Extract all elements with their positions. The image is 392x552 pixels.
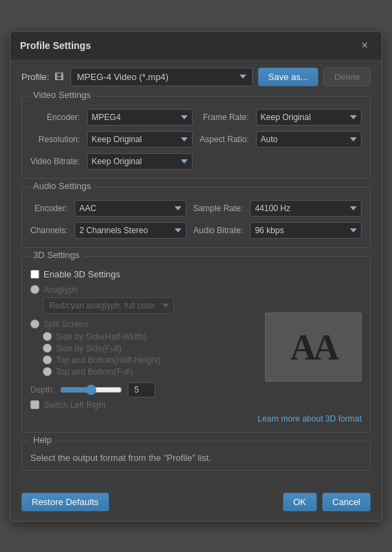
split-screen-label: Split Screen [43, 319, 88, 329]
audio-encoder-label: Encoder: [30, 204, 68, 213]
split-label-1: Side by Side(Full) [56, 344, 121, 353]
dialog-title: Profile Settings [20, 40, 91, 51]
close-button[interactable]: × [357, 39, 372, 52]
profile-icon: 🎞 [55, 72, 63, 82]
channels-select[interactable]: 2 Channels Stereo [75, 222, 186, 239]
split-screen-row: Split Screen [30, 319, 257, 329]
depth-slider[interactable] [60, 384, 122, 395]
threed-preview-panel: AA [265, 285, 362, 410]
help-text: Select the output format from the "Profi… [30, 453, 362, 463]
anaglyph-select-row: Red/cyan anaglyph, full color [43, 297, 257, 314]
split-radio-2[interactable] [43, 355, 52, 364]
audio-settings-grid: Encoder: AAC Sample Rate: 44100 Hz Chann… [30, 200, 362, 239]
audio-bitrate-label: Audio Bitrate: [193, 226, 244, 235]
threed-settings-title: 3D Settings [29, 250, 84, 260]
profile-input-area: 🎞 MPEG-4 Video (*.mp4) [55, 68, 252, 86]
enable-3d-row: Enable 3D Settings [30, 269, 362, 279]
resolution-label: Resolution: [30, 135, 80, 144]
depth-row: Depth: [30, 382, 257, 397]
aspect-ratio-label: Aspect Ratio: [199, 135, 248, 144]
split-label-3: Top and Bottom(Full) [56, 367, 133, 377]
profile-label: Profile: [21, 72, 49, 82]
split-label-0: Side by Side(Half-Width) [56, 332, 146, 342]
threed-settings-section: 3D Settings Enable 3D Settings Anaglyph … [21, 256, 371, 433]
resolution-select[interactable]: Keep Original [87, 131, 193, 148]
encoder-label: Encoder: [30, 112, 80, 122]
preview-aa-text: AA [290, 327, 336, 368]
footer-right-buttons: OK Cancel [283, 493, 371, 511]
split-radio-1[interactable] [43, 344, 52, 353]
video-bitrate-select[interactable]: Keep Original [87, 153, 193, 170]
split-option-1: Side by Side(Full) [43, 344, 257, 353]
enable-3d-label[interactable]: Enable 3D Settings [43, 269, 120, 279]
enable-3d-checkbox[interactable] [30, 270, 39, 279]
frame-rate-label: Frame Rate: [199, 112, 248, 122]
footer: Restore Defaults OK Cancel [10, 487, 382, 521]
cancel-button[interactable]: Cancel [322, 493, 371, 511]
audio-bitrate-select[interactable]: 96 kbps [250, 222, 362, 239]
threed-layout: Anaglyph Red/cyan anaglyph, full color S… [30, 285, 362, 410]
frame-rate-select[interactable]: Keep Original [256, 109, 362, 126]
anaglyph-row: Anaglyph [30, 285, 257, 295]
threed-left-panel: Anaglyph Red/cyan anaglyph, full color S… [30, 285, 257, 410]
delete-button: Delete [324, 68, 371, 86]
encoder-select[interactable]: MPEG4 [87, 109, 193, 126]
video-bitrate-label: Video Bitrate: [30, 157, 80, 166]
video-settings-title: Video Settings [29, 90, 95, 100]
switch-lr-label: Switch Left Right [43, 400, 106, 410]
help-title: Help [29, 435, 56, 445]
help-section: Help Select the output format from the "… [21, 441, 371, 471]
switch-lr-checkbox[interactable] [30, 400, 39, 409]
title-bar: Profile Settings × [10, 32, 382, 59]
anaglyph-label: Anaglyph [43, 285, 78, 295]
audio-settings-title: Audio Settings [29, 181, 95, 191]
split-radio-0[interactable] [43, 332, 52, 341]
audio-settings-section: Audio Settings Encoder: AAC Sample Rate:… [21, 187, 371, 248]
learn-more-link[interactable]: Learn more about 3D format [257, 414, 362, 424]
audio-encoder-select[interactable]: AAC [75, 200, 186, 217]
profile-select[interactable]: MPEG-4 Video (*.mp4) [70, 68, 252, 86]
split-option-2: Top and Bottom(Half-Height) [43, 355, 257, 365]
depth-input[interactable] [128, 382, 155, 397]
split-screen-radio[interactable] [30, 319, 39, 328]
restore-defaults-button[interactable]: Restore Defaults [21, 493, 109, 511]
sample-rate-label: Sample Rate: [193, 204, 244, 213]
anaglyph-type-select: Red/cyan anaglyph, full color [43, 297, 174, 314]
switch-lr-row: Switch Left Right [30, 400, 257, 410]
channels-label: Channels: [30, 226, 68, 235]
split-radio-3[interactable] [43, 367, 52, 376]
video-settings-grid: Encoder: MPEG4 Frame Rate: Keep Original… [30, 109, 362, 170]
learn-more-row: Learn more about 3D format [30, 414, 362, 424]
split-option-0: Side by Side(Half-Width) [43, 332, 257, 342]
sample-rate-select[interactable]: 44100 Hz [250, 200, 362, 217]
ok-button[interactable]: OK [283, 493, 317, 511]
split-label-2: Top and Bottom(Half-Height) [56, 355, 161, 365]
video-settings-section: Video Settings Encoder: MPEG4 Frame Rate… [21, 96, 371, 179]
dialog-body: Profile: 🎞 MPEG-4 Video (*.mp4) Save as.… [10, 59, 382, 487]
split-option-3: Top and Bottom(Full) [43, 367, 257, 377]
profile-settings-dialog: Profile Settings × Profile: 🎞 MPEG-4 Vid… [10, 31, 382, 522]
split-screen-options: Side by Side(Half-Width) Side by Side(Fu… [43, 332, 257, 377]
depth-label: Depth: [30, 385, 55, 395]
save-as-button[interactable]: Save as... [258, 68, 319, 86]
profile-row: Profile: 🎞 MPEG-4 Video (*.mp4) Save as.… [21, 68, 371, 86]
preview-box: AA [265, 313, 362, 382]
anaglyph-radio[interactable] [30, 285, 39, 294]
aspect-ratio-select[interactable]: Auto [256, 131, 362, 148]
